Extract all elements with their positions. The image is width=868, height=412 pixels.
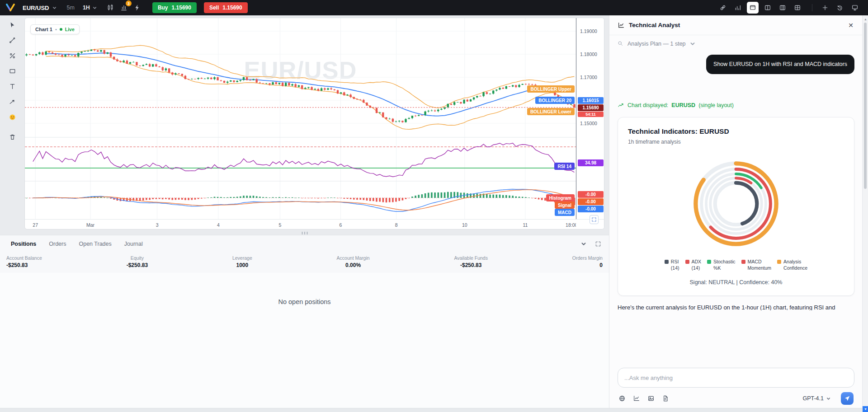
status-prefix: Chart displayed: [627, 102, 668, 108]
globe-icon [618, 395, 626, 402]
sell-button[interactable]: Sell 1.15690 [204, 2, 248, 13]
legend-swatch [665, 260, 669, 264]
chevron-down-icon [52, 5, 57, 10]
buy-button[interactable]: Buy 1.15690 [152, 2, 197, 13]
top-toolbar: EUR/USD 5m 1H 3 Buy 1.15690 Sell 1.15690 [0, 0, 868, 15]
scrollbar-thumb[interactable] [864, 23, 867, 189]
tool-cursor-button[interactable] [6, 19, 18, 31]
assistant-conversation: Analysis Plan — 1 step Show EURUSD on 1H… [609, 35, 868, 364]
vertical-scrollbar[interactable]: ▲ ▼ [862, 15, 868, 412]
two-column-layout-button[interactable] [762, 2, 774, 14]
history-button[interactable] [834, 2, 846, 14]
drawing-toolbar [0, 15, 24, 143]
timeframe-5m-button[interactable]: 5m [67, 5, 75, 11]
live-dot [60, 28, 62, 31]
link-button[interactable] [717, 2, 729, 14]
tab-journal[interactable]: Journal [118, 235, 149, 253]
symbol-selector[interactable]: EUR/USD [23, 5, 57, 11]
time-axis[interactable]: 27 Mar 3 4 5 6 8 10 11 18:00 [25, 219, 576, 229]
attach-image-button[interactable] [647, 395, 655, 402]
signal-tag: Signal [555, 201, 575, 209]
chat-input[interactable] [618, 368, 854, 388]
signal-summary: Signal: NEUTRAL | Confidence: 40% [628, 279, 844, 286]
indicator-gauge [686, 154, 786, 253]
tab-open-trades[interactable]: Open Trades [72, 235, 118, 253]
close-panel-button[interactable]: ✕ [845, 20, 856, 31]
price-tick: 1.19000 [580, 28, 597, 34]
app-logo[interactable] [5, 4, 15, 12]
fullscreen-button[interactable] [590, 215, 599, 224]
chevron-down-icon [92, 5, 97, 10]
send-button[interactable] [841, 392, 854, 405]
sell-price: 1.15690 [222, 5, 242, 11]
legend-label: ADX (14) [692, 259, 702, 271]
timeframe-selector[interactable]: 1H [83, 5, 97, 11]
chart-zone: EUR/USD Chart 1 • Live BOLLINGER Upper B… [0, 15, 609, 235]
price-chart[interactable] [25, 18, 576, 219]
legend-item-stochastic: Stochastic %K [707, 259, 735, 271]
tool-percent-button[interactable] [6, 50, 18, 61]
expand-panel-button[interactable] [593, 239, 604, 249]
tool-text-button[interactable] [6, 80, 18, 92]
horizontal-scrollbar[interactable] [0, 408, 862, 412]
expand-icon [591, 217, 597, 222]
current-price-tag: 1.15690 [578, 104, 604, 111]
tool-rectangle-button[interactable] [6, 65, 18, 77]
stat-value: 0.00% [337, 262, 370, 268]
model-selector[interactable]: GPT-4.1 [802, 395, 831, 402]
status-symbol: EURUSD [671, 102, 695, 108]
attach-document-button[interactable] [662, 395, 669, 402]
positions-panel: Positions Orders Open Trades Journal Acc… [0, 235, 609, 412]
tool-trash-button[interactable] [6, 131, 18, 143]
stat-account-margin: Account Margin 0.00% [337, 255, 370, 268]
legend-swatch [707, 260, 711, 264]
single-layout-button[interactable] [747, 2, 759, 14]
price-axis[interactable]: 1.19000 1.18000 1.17000 1.16000 1.15000 [576, 18, 604, 219]
gauge-chart [686, 154, 786, 253]
two-column-icon [764, 4, 771, 11]
stat-leverage: Leverage 1000 [232, 255, 252, 268]
add-chart-button[interactable] [819, 2, 831, 14]
time-tick: 3 [156, 222, 159, 228]
chart-type-button[interactable] [104, 2, 116, 14]
quick-trade-button[interactable] [132, 2, 143, 14]
monitor-button[interactable] [849, 2, 861, 14]
grid-layout-button[interactable] [792, 2, 803, 14]
tab-positions[interactable]: Positions [5, 235, 42, 253]
countdown-tag: 54:11 [578, 112, 604, 117]
collapse-panel-button[interactable] [578, 239, 589, 249]
tab-orders[interactable]: Orders [42, 235, 72, 253]
tool-trendline-button[interactable] [6, 34, 18, 46]
legend-label: Analysis Confidence [783, 259, 807, 271]
stat-account-balance: Account Balance -$250.83 [6, 255, 42, 268]
legend-item-macd: MACD Momentum [741, 259, 772, 271]
analysis-plan-row[interactable]: Analysis Plan — 1 step [618, 41, 854, 47]
search-icon [618, 41, 624, 47]
indicators-button[interactable]: 3 [118, 2, 130, 14]
chart-title-chip[interactable]: Chart 1 • Live [30, 24, 80, 34]
time-tick: 10 [462, 222, 467, 228]
rsi-value-tag: 34.98 [578, 159, 604, 166]
scroll-down-arrow[interactable]: ▼ [863, 406, 868, 412]
tool-arrow-button[interactable] [6, 96, 18, 108]
grid-icon [794, 4, 801, 11]
empty-positions-message: No open positions [0, 273, 609, 412]
stats-button[interactable] [732, 2, 744, 14]
histogram-tag: Histogram [546, 194, 575, 201]
stat-orders-margin: Orders Margin 0 [572, 255, 603, 268]
topbar-right-icons [717, 2, 863, 14]
legend-item-adx: ADX (14) [685, 259, 702, 271]
main-content: EUR/USD Chart 1 • Live BOLLINGER Upper B… [0, 15, 868, 412]
three-column-layout-button[interactable] [777, 2, 788, 14]
scroll-up-arrow[interactable]: ▲ [863, 16, 868, 22]
chart-tools-button[interactable] [633, 395, 640, 402]
web-search-button[interactable] [618, 395, 626, 402]
assistant-header: Technical Analyst ✕ [609, 15, 868, 35]
tool-emoji-button[interactable] [6, 111, 18, 123]
stat-value: -$250.83 [6, 262, 42, 268]
stat-label: Account Balance [6, 255, 42, 261]
panel-resize-handle[interactable] [0, 231, 609, 235]
indicator-count-badge: 3 [126, 0, 132, 6]
stat-value: 1000 [232, 262, 252, 268]
analysis-text: Here's the current analysis for EURUSD o… [618, 303, 854, 310]
